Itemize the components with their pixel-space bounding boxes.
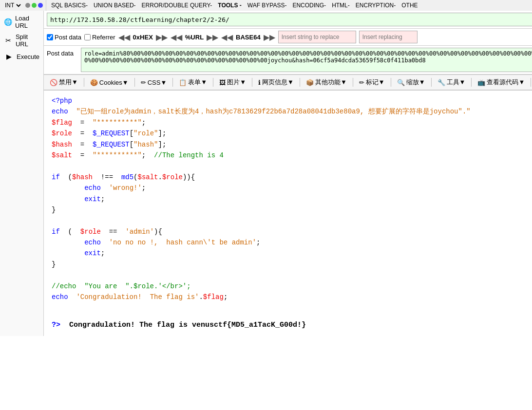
- post-data-checkbox[interactable]: [47, 34, 53, 40]
- page-info-btn[interactable]: ℹ网页信息▼: [255, 77, 297, 88]
- sidebar-item-load-url[interactable]: 🌐 Load URL: [0, 13, 43, 31]
- css-btn[interactable]: ✏CSS▼: [138, 78, 170, 87]
- code-area: <?php echo "已知一组role为admin，salt长度为4，hash…: [44, 91, 532, 336]
- php-close-tag: ?>: [52, 321, 60, 329]
- post-data-checkbox-label[interactable]: Post data: [47, 34, 81, 41]
- code-line-14: }: [52, 259, 532, 270]
- content-area: Post data Referrer ◀◀ 0xHEX ▶▶ ◀◀ %URL ▶…: [44, 11, 532, 336]
- code-line-12: echo 'no no no !, hash cann\'t be admin'…: [52, 237, 532, 248]
- divider-11: [531, 78, 531, 87]
- int-selector[interactable]: INT: [0, 0, 46, 11]
- code-line-10: }: [52, 205, 532, 215]
- disable-icon: 🚫: [50, 79, 57, 86]
- cookie-icon: 🍪: [90, 79, 98, 86]
- divider-1: [84, 78, 84, 87]
- postdata-label: Post data: [47, 48, 81, 57]
- dot-green: [32, 3, 37, 8]
- url-right-arrow[interactable]: ▶▶: [207, 33, 218, 42]
- zoom-btn[interactable]: 🔍缩放▼: [394, 77, 428, 88]
- forms-icon: 📋: [179, 79, 187, 86]
- nav-html[interactable]: HTML-: [329, 1, 353, 10]
- base64-right-arrow[interactable]: ▶▶: [264, 33, 275, 42]
- load-url-label: Load URL: [15, 15, 39, 29]
- divider-7: [353, 78, 353, 87]
- dot-gray: [25, 3, 30, 8]
- postdata-row: Post data role=admin%80%00%00%00%00%00%0…: [44, 46, 532, 75]
- info-icon: ℹ: [258, 79, 261, 86]
- tools-icon: 🔧: [437, 79, 445, 86]
- nav-tools[interactable]: TOOLS -: [215, 1, 244, 10]
- url-input[interactable]: [47, 13, 532, 26]
- code-line-16: echo 'Congradulation! The flag is'.$flag…: [52, 292, 532, 302]
- nav-sql-basics[interactable]: SQL BASICS-: [48, 1, 91, 10]
- sidebar-item-split-url[interactable]: ✂ Split URL: [0, 31, 43, 50]
- mark-btn[interactable]: ✏标记▼: [356, 77, 388, 88]
- insert-string-input[interactable]: [278, 31, 356, 43]
- int-dropdown[interactable]: INT: [3, 1, 22, 9]
- divider-5: [252, 78, 252, 87]
- hex-left-arrow[interactable]: ◀◀: [118, 33, 130, 42]
- code-line-blank4: [52, 302, 532, 313]
- misc-btn[interactable]: 📦其他功能▼: [303, 77, 350, 88]
- cookies-btn[interactable]: 🍪Cookies▼: [87, 78, 132, 87]
- nav-encryption[interactable]: ENCRYPTION-: [353, 1, 399, 10]
- split-url-icon: ✂: [4, 36, 13, 45]
- code-line-13: exit;: [52, 248, 532, 259]
- disable-btn[interactable]: 🚫禁用▼: [47, 77, 81, 88]
- code-line-3: $flag = "**********";: [52, 117, 532, 128]
- nav-other[interactable]: OTHE: [399, 1, 420, 10]
- forms-btn[interactable]: 📋表单▼: [176, 77, 210, 88]
- css-icon: ✏: [141, 79, 146, 86]
- nav-union-based[interactable]: UNION BASED-: [91, 1, 139, 10]
- referrer-checkbox-label[interactable]: Referrer: [84, 34, 115, 41]
- url-label: %URL: [185, 34, 204, 41]
- firefox-toolbar: 🚫禁用▼ 🍪Cookies▼ ✏CSS▼ 📋表单▼ 🖼图片▼ ℹ网页信息▼: [44, 75, 532, 91]
- images-btn[interactable]: 🖼图片▼: [216, 77, 249, 88]
- base64-label: BASE64: [236, 34, 261, 41]
- zoom-icon: 🔍: [397, 79, 405, 86]
- base64-left-arrow[interactable]: ◀◀: [221, 33, 233, 42]
- hex-right-arrow[interactable]: ▶▶: [156, 33, 168, 42]
- execute-label: Execute: [17, 53, 39, 60]
- code-line-blank3: [52, 270, 532, 280]
- mark-icon: ✏: [359, 79, 364, 86]
- divider-10: [471, 78, 472, 87]
- tools-btn[interactable]: 🔧工具▼: [435, 77, 469, 88]
- code-line-blank2: [52, 215, 532, 226]
- sidebar-item-execute[interactable]: ▶ Execute: [0, 50, 43, 63]
- nav-error-double-query[interactable]: ERROR/DOUBLE QUERY-: [139, 1, 215, 10]
- options-row: Post data Referrer ◀◀ 0xHEX ▶▶ ◀◀ %URL ▶…: [44, 29, 532, 46]
- dot-blue: [38, 3, 43, 8]
- divider-4: [213, 78, 213, 87]
- url-bar: [44, 11, 532, 29]
- postdata-input[interactable]: role=admin%80%00%00%00%00%00%00%00%00%00…: [81, 48, 532, 72]
- flag-result-line: ?> Congradulation! The flag is venusctf{…: [52, 319, 532, 331]
- code-line-5: $hash = $_REQUEST["hash"];: [52, 139, 532, 150]
- execute-icon: ▶: [4, 52, 14, 61]
- nav-encoding[interactable]: ENCODING-: [289, 1, 329, 10]
- load-url-icon: 🌐: [4, 17, 12, 27]
- divider-2: [134, 78, 135, 87]
- images-icon: 🖼: [219, 79, 226, 86]
- insert-replacing-input[interactable]: [359, 31, 418, 43]
- divider-8: [391, 78, 391, 87]
- divider-3: [172, 78, 173, 87]
- nav-waf-bypass[interactable]: WAF BYPASS-: [245, 1, 290, 10]
- split-url-label: Split URL: [16, 33, 39, 48]
- referrer-checkbox[interactable]: [84, 34, 91, 40]
- code-line-4: $role = $_REQUEST["role"];: [52, 128, 532, 139]
- code-line-6: $salt = "**********"; //The length is 4: [52, 150, 532, 161]
- source-icon: 📺: [477, 79, 485, 86]
- code-line-11: if ( $role == 'admin'){: [52, 226, 532, 237]
- url-left-arrow[interactable]: ◀◀: [171, 33, 182, 42]
- code-line-8: echo 'wrong!';: [52, 183, 532, 193]
- referrer-text: Referrer: [92, 34, 115, 41]
- code-line-1: <?php: [52, 95, 532, 106]
- code-line-2: echo "已知一组role为admin，salt长度为4，hash为c7813…: [52, 106, 532, 117]
- code-line-blank1: [52, 161, 532, 171]
- divider-6: [300, 78, 300, 87]
- post-data-text: Post data: [55, 34, 81, 41]
- divider-9: [431, 78, 432, 87]
- flag-result-text: Congradulation! The flag is venusctf{MD5…: [69, 321, 306, 329]
- source-btn[interactable]: 📺查看源代码▼: [475, 77, 528, 88]
